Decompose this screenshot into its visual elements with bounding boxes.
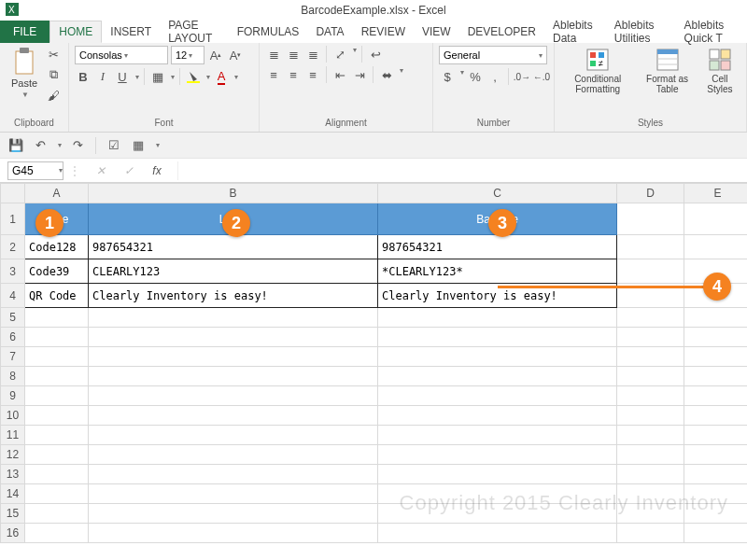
row-header-10[interactable]: 10: [1, 406, 25, 426]
cell[interactable]: [617, 259, 684, 284]
cell-barcode[interactable]: *CLEARLY123*: [378, 259, 617, 284]
cell[interactable]: [684, 347, 748, 367]
fill-color-icon[interactable]: [185, 68, 202, 85]
cell[interactable]: [617, 203, 684, 235]
cell-label[interactable]: Clearly Inventory is easy!: [89, 284, 378, 308]
redo-icon[interactable]: ↷: [69, 137, 86, 154]
cell[interactable]: [684, 465, 748, 484]
cell[interactable]: [617, 235, 684, 259]
cut-icon[interactable]: ✂: [45, 46, 62, 63]
tab-developer[interactable]: DEVELOPER: [459, 21, 544, 43]
tab-data[interactable]: DATA: [307, 21, 352, 43]
cell[interactable]: [378, 465, 617, 484]
underline-button[interactable]: U: [114, 68, 131, 85]
cell-label[interactable]: 987654321: [89, 235, 378, 259]
cell[interactable]: [617, 367, 684, 386]
cell[interactable]: [89, 308, 378, 328]
cell-styles-button[interactable]: Cell Styles: [699, 46, 740, 96]
cell[interactable]: [89, 504, 378, 524]
cell[interactable]: [684, 328, 748, 347]
percent-format-icon[interactable]: %: [467, 68, 484, 85]
select-all-corner[interactable]: [1, 184, 25, 203]
cell[interactable]: [684, 235, 748, 259]
align-top-icon[interactable]: ≣: [265, 46, 282, 63]
cell[interactable]: [684, 484, 748, 504]
tab-insert[interactable]: INSERT: [102, 21, 160, 43]
row-header-7[interactable]: 7: [1, 347, 25, 367]
cell[interactable]: [378, 367, 617, 386]
cell[interactable]: [89, 445, 378, 465]
cell[interactable]: [378, 524, 617, 543]
cell[interactable]: [378, 328, 617, 347]
cell[interactable]: [684, 367, 748, 386]
cell[interactable]: [25, 426, 89, 445]
cell[interactable]: [684, 426, 748, 445]
cell[interactable]: [378, 406, 617, 426]
increase-font-icon[interactable]: A▴: [207, 47, 224, 63]
font-size-combo[interactable]: 12▾: [171, 46, 204, 64]
row-header-4[interactable]: 4: [1, 284, 25, 308]
cell[interactable]: [684, 386, 748, 406]
cell[interactable]: [25, 465, 89, 484]
number-format-combo[interactable]: General▾: [439, 46, 547, 64]
cell[interactable]: [617, 308, 684, 328]
cell[interactable]: [684, 524, 748, 543]
tab-view[interactable]: VIEW: [414, 21, 459, 43]
cell[interactable]: [89, 328, 378, 347]
cell[interactable]: [617, 445, 684, 465]
tab-formulas[interactable]: FORMULAS: [229, 21, 308, 43]
save-icon[interactable]: 💾: [7, 137, 24, 154]
col-header-a[interactable]: A: [25, 184, 89, 203]
tab-ablebits-data[interactable]: Ablebits Data: [544, 21, 606, 43]
cell[interactable]: [684, 308, 748, 328]
font-color-icon[interactable]: A: [213, 68, 230, 85]
cell[interactable]: [617, 406, 684, 426]
wrap-text-icon[interactable]: ↩: [367, 46, 384, 63]
align-bottom-icon[interactable]: ≣: [304, 46, 321, 63]
cell[interactable]: [378, 386, 617, 406]
cell[interactable]: [617, 504, 684, 524]
cell[interactable]: [617, 465, 684, 484]
tab-ablebits-utilities[interactable]: Ablebits Utilities: [606, 21, 676, 43]
cell[interactable]: [617, 524, 684, 543]
tab-page-layout[interactable]: PAGE LAYOUT: [160, 21, 229, 43]
cell[interactable]: [89, 406, 378, 426]
cell[interactable]: [25, 347, 89, 367]
align-center-icon[interactable]: ≡: [285, 66, 302, 83]
bold-button[interactable]: B: [75, 68, 92, 85]
cell[interactable]: [25, 367, 89, 386]
conditional-formatting-button[interactable]: ≠ Conditional Formatting: [560, 46, 635, 96]
cell-type[interactable]: Code128: [25, 235, 89, 259]
decrease-font-icon[interactable]: A▾: [227, 47, 244, 63]
col-header-c[interactable]: C: [378, 184, 617, 203]
row-header-1[interactable]: 1: [1, 203, 25, 235]
font-name-combo[interactable]: Consolas▾: [75, 46, 168, 64]
cell[interactable]: [25, 445, 89, 465]
col-header-b[interactable]: B: [89, 184, 378, 203]
qat-custom-icon-2[interactable]: ▦: [130, 137, 147, 154]
cell[interactable]: [617, 386, 684, 406]
paste-button[interactable]: Paste ▼: [6, 46, 43, 101]
cell-barcode[interactable]: 987654321: [378, 235, 617, 259]
cell[interactable]: [25, 308, 89, 328]
cell[interactable]: [89, 426, 378, 445]
increase-decimal-icon[interactable]: .0→: [514, 68, 530, 85]
cell[interactable]: [25, 484, 89, 504]
cell[interactable]: [617, 484, 684, 504]
cell[interactable]: [25, 504, 89, 524]
row-header-8[interactable]: 8: [1, 367, 25, 386]
cell[interactable]: [378, 445, 617, 465]
increase-indent-icon[interactable]: ⇥: [351, 66, 368, 83]
row-header-11[interactable]: 11: [1, 426, 25, 445]
decrease-decimal-icon[interactable]: ←.0: [533, 68, 550, 85]
row-header-6[interactable]: 6: [1, 328, 25, 347]
cell[interactable]: [25, 328, 89, 347]
align-middle-icon[interactable]: ≣: [285, 46, 302, 63]
merge-center-icon[interactable]: ⬌: [378, 66, 395, 83]
tab-file[interactable]: FILE: [0, 21, 49, 43]
tab-ablebits-quick[interactable]: Ablebits Quick T: [676, 21, 747, 43]
cell[interactable]: [378, 484, 617, 504]
row-header-14[interactable]: 14: [1, 484, 25, 504]
cell[interactable]: [378, 347, 617, 367]
row-header-13[interactable]: 13: [1, 465, 25, 484]
